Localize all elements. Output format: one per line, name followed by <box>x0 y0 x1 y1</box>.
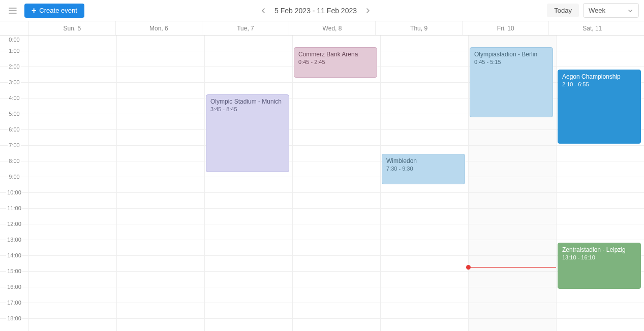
day-header[interactable]: Fri, 10 <box>462 21 549 35</box>
event-title: Olympiastadion - Berlin <box>474 51 548 58</box>
day-headers: Sun, 5Mon, 6Tue, 7Wed, 8Thu, 9Fri, 10Sat… <box>0 21 644 36</box>
menu-button[interactable] <box>5 3 20 18</box>
event-time: 3:45 - 8:45 <box>210 106 285 112</box>
time-label: 18:00 <box>0 319 28 331</box>
current-time-indicator <box>469 267 556 268</box>
day-column[interactable]: Olympiastadion - Berlin0:45 - 5:15 <box>468 36 556 331</box>
chevron-right-icon <box>365 8 371 14</box>
day-columns: Olympic Stadium - Munich3:45 - 8:45Comme… <box>28 36 644 331</box>
day-column[interactable]: Aegon Championship2:10 - 6:55Zentralstad… <box>556 36 644 331</box>
day-column[interactable]: Commerz Bank Arena0:45 - 2:45 <box>292 36 380 331</box>
event-title: Zentralstadion - Leipzig <box>562 246 636 253</box>
event-title: Commerz Bank Arena <box>298 51 373 58</box>
create-event-label: Create event <box>39 7 77 14</box>
day-column[interactable] <box>28 36 116 331</box>
calendar-event[interactable]: Commerz Bank Arena0:45 - 2:45 <box>294 47 377 78</box>
day-header[interactable]: Sun, 5 <box>28 21 115 35</box>
next-button[interactable] <box>363 6 373 16</box>
view-select[interactable]: Week <box>583 3 639 18</box>
event-time: 7:30 - 9:30 <box>386 165 461 172</box>
today-button[interactable]: Today <box>547 4 579 17</box>
day-column[interactable] <box>116 36 204 331</box>
calendar-grid-scroll[interactable]: 0:001:002:003:004:005:006:007:008:009:00… <box>0 36 644 331</box>
calendar-event[interactable]: Zentralstadion - Leipzig13:10 - 16:10 <box>558 243 641 289</box>
day-header[interactable]: Mon, 6 <box>115 21 202 35</box>
chevron-down-icon <box>627 8 633 14</box>
day-column[interactable]: Olympic Stadium - Munich3:45 - 8:45 <box>204 36 292 331</box>
current-time-dot <box>466 265 471 270</box>
event-title: Wimbledon <box>386 157 461 164</box>
day-header[interactable]: Wed, 8 <box>289 21 376 35</box>
event-title: Aegon Championship <box>562 73 636 80</box>
calendar-grid: 0:001:002:003:004:005:006:007:008:009:00… <box>0 36 644 331</box>
date-range-label: 5 Feb 2023 - 11 Feb 2023 <box>274 7 357 15</box>
calendar-event[interactable]: Wimbledon7:30 - 9:30 <box>382 154 465 184</box>
prev-button[interactable] <box>258 6 268 16</box>
calendar-event[interactable]: Aegon Championship2:10 - 6:55 <box>558 70 641 143</box>
view-select-label: Week <box>589 7 605 14</box>
create-event-button[interactable]: + Create event <box>24 4 84 18</box>
plus-icon: + <box>32 7 36 15</box>
toolbar: + Create event 5 Feb 2023 - 11 Feb 2023 … <box>0 0 644 21</box>
day-column[interactable]: Wimbledon7:30 - 9:30 <box>380 36 468 331</box>
day-header[interactable]: Sat, 11 <box>548 21 635 35</box>
event-time: 0:45 - 5:15 <box>474 59 548 65</box>
chevron-left-icon <box>260 8 266 14</box>
time-gutter: 0:001:002:003:004:005:006:007:008:009:00… <box>0 36 28 331</box>
day-header[interactable]: Tue, 7 <box>202 21 289 35</box>
event-title: Olympic Stadium - Munich <box>210 98 285 105</box>
event-time: 2:10 - 6:55 <box>562 81 636 87</box>
day-header[interactable]: Thu, 9 <box>375 21 462 35</box>
date-navigation: 5 Feb 2023 - 11 Feb 2023 <box>258 6 373 16</box>
hamburger-icon <box>8 6 17 15</box>
event-time: 13:10 - 16:10 <box>562 254 636 260</box>
calendar-event[interactable]: Olympic Stadium - Munich3:45 - 8:45 <box>206 94 289 172</box>
calendar-event[interactable]: Olympiastadion - Berlin0:45 - 5:15 <box>470 47 553 117</box>
event-time: 0:45 - 2:45 <box>298 59 373 65</box>
